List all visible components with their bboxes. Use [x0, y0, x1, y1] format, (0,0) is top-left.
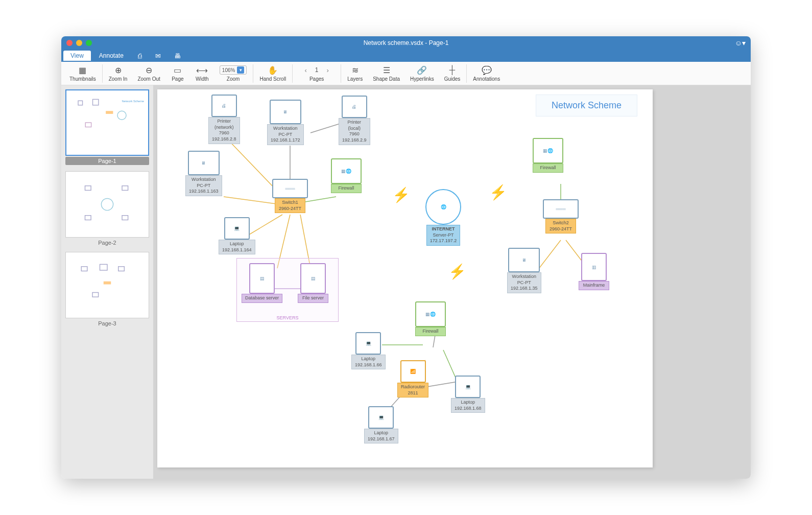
node-mainframe[interactable]: ▥ Mainframe	[579, 253, 609, 290]
node-database-server[interactable]: ▤ Database server	[242, 263, 282, 303]
node-firewall-2[interactable]: ▦🌐 Firewall	[533, 138, 563, 173]
mainframe-icon: ▥	[581, 253, 607, 281]
thumbnail-label: Page-1	[65, 157, 149, 165]
zoom-out-button[interactable]: ⊖ Zoom Out	[132, 64, 165, 83]
workstation-icon: 🖥	[508, 248, 540, 272]
chevron-down-icon[interactable]: ▾	[237, 66, 244, 74]
next-page-button[interactable]: ›	[323, 66, 331, 74]
printer-icon: 🖨	[211, 95, 237, 117]
canvas-viewport[interactable]: Network Scheme	[153, 85, 751, 479]
print-icon[interactable]: 🖶	[168, 51, 187, 61]
svg-rect-11	[81, 267, 87, 271]
node-radiorouter[interactable]: 📶 Radiorouter2811	[397, 360, 428, 397]
node-laptop-3[interactable]: 💻 Laptop192.168.1.68	[451, 376, 485, 413]
thumbnails-icon: ▦	[79, 65, 86, 75]
svg-rect-2	[106, 111, 113, 114]
thumbnail-page-2[interactable]	[65, 171, 149, 238]
svg-line-19	[224, 197, 280, 204]
svg-rect-8	[122, 186, 128, 191]
toolbar: ▦ Thumbnails ⊕ Zoom In ⊖ Zoom Out ▭ Page…	[61, 62, 751, 85]
node-workstation-2[interactable]: 🖥 WorkstationPC-PT192.168.1.163	[185, 151, 222, 196]
svg-rect-13	[118, 267, 125, 271]
maximize-icon[interactable]	[86, 40, 92, 46]
svg-line-23	[305, 197, 336, 202]
firewall-icon: ▦🌐	[533, 138, 563, 163]
page-icon: ▭	[174, 65, 181, 75]
thumbnails-panel: Network Scheme Page-1 Page-2 Page-3	[61, 85, 153, 479]
svg-rect-4	[85, 123, 91, 127]
node-laptop-2[interactable]: 💻 Laptop192.168.1.66	[351, 332, 386, 369]
pages-nav: ‹ 1 › Pages	[294, 64, 340, 83]
svg-text:Network Scheme: Network Scheme	[122, 100, 144, 103]
workstation-icon: 🖥	[270, 100, 301, 124]
help-icon[interactable]: ☺▾	[735, 39, 746, 47]
annotations-button[interactable]: 💬 Annotations	[468, 64, 505, 83]
layers-button[interactable]: ≋ Layers	[342, 64, 368, 83]
laptop-icon: 💻	[455, 376, 481, 398]
link-icon: 🔗	[417, 65, 427, 75]
zoom-in-button[interactable]: ⊕ Zoom In	[104, 64, 133, 83]
node-workstation-3[interactable]: 🖥 WorkstationPC-PT192.168.1.35	[507, 248, 541, 293]
list-icon: ☰	[383, 65, 390, 75]
zoom-out-icon: ⊖	[146, 65, 152, 75]
node-firewall-3[interactable]: ▦🌐 Firewall	[415, 301, 446, 336]
firewall-icon: ▦🌐	[331, 158, 362, 184]
thumbnail-page-3[interactable]	[65, 252, 149, 318]
router-icon: 📶	[400, 360, 426, 383]
hyperlinks-button[interactable]: 🔗 Hyperlinks	[405, 64, 439, 83]
svg-rect-14	[104, 282, 111, 285]
node-switch-1[interactable]: ═══ Switch12960-24TT	[272, 179, 308, 213]
prev-page-button[interactable]: ‹	[301, 66, 309, 74]
svg-rect-0	[78, 101, 83, 105]
titlebar: Network scheme.vsdx - Page-1 ☺▾	[61, 36, 751, 50]
globe-icon: 🌐	[425, 189, 461, 225]
thumbnail-page-1[interactable]: Network Scheme	[65, 89, 149, 156]
svg-rect-15	[92, 293, 99, 297]
lightning-icon: ⚡	[392, 186, 410, 203]
guides-icon: ┼	[449, 65, 455, 75]
node-workstation-1[interactable]: 🖥 WorkstationPC-PT192.168.1.172	[267, 100, 304, 145]
node-printer-network[interactable]: 🖨 Printer(network)7960192.168.2.8	[208, 95, 240, 144]
svg-rect-9	[85, 216, 91, 220]
printer-icon: 🖨	[342, 96, 367, 118]
firewall-icon: ▦🌐	[415, 301, 446, 327]
svg-point-6	[101, 198, 113, 210]
svg-rect-10	[122, 216, 128, 220]
node-internet[interactable]: 🌐 INTERNETServer-PT172.17.197.2	[425, 189, 461, 246]
node-firewall-1[interactable]: ▦🌐 Firewall	[331, 158, 362, 193]
width-fit-button[interactable]: ⟷ Width	[190, 64, 214, 83]
app-window: Network scheme.vsdx - Page-1 ☺▾ View Ann…	[61, 36, 751, 479]
pdf-icon[interactable]: ⎙	[132, 51, 148, 61]
thumbnails-button[interactable]: ▦ Thumbnails	[64, 64, 101, 83]
node-printer-local[interactable]: 🖨 Printer(local)7960192.168.2.9	[339, 96, 370, 145]
shape-data-button[interactable]: ☰ Shape Data	[368, 64, 405, 83]
laptop-icon: 💻	[224, 217, 250, 240]
page-fit-button[interactable]: ▭ Page	[165, 64, 190, 83]
window-title: Network scheme.vsdx - Page-1	[364, 39, 449, 46]
close-icon[interactable]	[66, 40, 73, 46]
switch-icon: ═══	[272, 179, 308, 198]
svg-rect-1	[93, 99, 99, 105]
node-file-server[interactable]: ▤ File server	[298, 263, 328, 303]
menubar: View Annotate ⎙ ✉ 🖶	[61, 50, 751, 62]
zoom-combo[interactable]: 106%▾ Zoom	[214, 64, 252, 83]
tab-view[interactable]: View	[63, 51, 91, 61]
node-laptop-1[interactable]: 💻 Laptop192.168.1.164	[219, 217, 255, 254]
hand-icon: ✋	[268, 65, 278, 75]
lightning-icon: ⚡	[448, 263, 466, 280]
svg-point-3	[117, 111, 126, 120]
width-icon: ⟷	[196, 65, 208, 75]
diagram-canvas: Network Scheme	[157, 89, 653, 467]
tab-annotate[interactable]: Annotate	[92, 51, 131, 61]
laptop-icon: 💻	[355, 332, 381, 355]
guides-button[interactable]: ┼ Guides	[439, 64, 466, 83]
minimize-icon[interactable]	[76, 40, 82, 46]
layers-icon: ≋	[352, 65, 359, 75]
hand-scroll-button[interactable]: ✋ Hand Scroll	[254, 64, 291, 83]
node-laptop-4[interactable]: 💻 Laptop192.168.1.67	[364, 406, 398, 443]
share-icon[interactable]: ✉	[149, 51, 167, 61]
node-switch-2[interactable]: ═══ Switch22960-24TT	[543, 199, 579, 233]
lightning-icon: ⚡	[489, 184, 507, 201]
switch-icon: ═══	[543, 199, 579, 219]
window-controls	[66, 40, 92, 46]
